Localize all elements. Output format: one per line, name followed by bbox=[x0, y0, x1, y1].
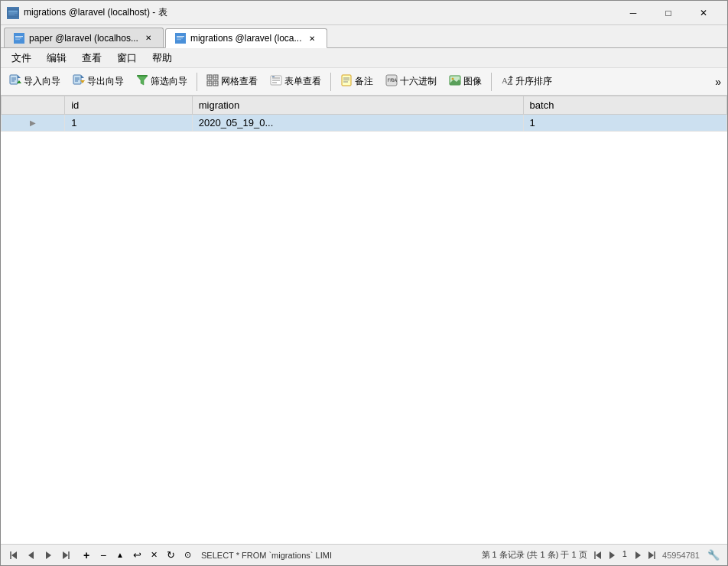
col-migration-header[interactable]: migration bbox=[192, 96, 523, 115]
tools-button[interactable]: 🔧 bbox=[706, 548, 721, 563]
sort-icon: A Z bbox=[501, 74, 513, 89]
title-bar: migrations @laravel (localhost) - 表 ─ □ … bbox=[1, 1, 727, 25]
image-label: 图像 bbox=[463, 75, 482, 88]
menu-window[interactable]: 窗口 bbox=[109, 49, 145, 67]
menu-file[interactable]: 文件 bbox=[4, 49, 39, 67]
discard-button[interactable]: ✕ bbox=[146, 548, 161, 563]
close-button[interactable]: ✕ bbox=[686, 1, 721, 25]
nav-next-button[interactable] bbox=[41, 548, 56, 563]
note-icon bbox=[340, 74, 353, 89]
nav-last-button[interactable] bbox=[57, 548, 73, 563]
sort-button[interactable]: A Z 升序排序 bbox=[496, 71, 557, 93]
nav-first-button[interactable] bbox=[7, 548, 22, 563]
svg-marker-68 bbox=[648, 551, 654, 559]
window-title: migrations @laravel (localhost) - 表 bbox=[24, 6, 167, 19]
tab-migrations-close[interactable]: ✕ bbox=[307, 33, 317, 44]
note-label: 备注 bbox=[355, 75, 373, 88]
svg-marker-24 bbox=[137, 76, 148, 85]
svg-rect-2 bbox=[8, 12, 18, 13]
grid-button[interactable]: 网格查看 bbox=[201, 71, 263, 93]
form-icon bbox=[270, 74, 282, 89]
tab-bar: paper @laravel (localhos... ✕ migrations… bbox=[1, 25, 727, 48]
form-button[interactable]: 表单查看 bbox=[265, 71, 327, 93]
svg-marker-64 bbox=[596, 551, 601, 559]
filter-button[interactable]: 筛选向导 bbox=[131, 71, 193, 93]
tab-migrations-label: migrations @laravel (loca... bbox=[190, 33, 302, 44]
stop-button[interactable]: ⊙ bbox=[180, 548, 195, 563]
delete-record-button[interactable]: − bbox=[96, 548, 111, 563]
refresh-button[interactable]: ↻ bbox=[163, 548, 178, 563]
tab-migrations-icon bbox=[175, 33, 186, 44]
window-controls: ─ □ ✕ bbox=[616, 1, 721, 25]
svg-marker-66 bbox=[635, 551, 641, 559]
form-label: 表单查看 bbox=[284, 75, 321, 88]
status-right: 第 1 条记录 (共 1 条) 于 1 页 1 4 bbox=[482, 548, 721, 563]
coordinates: 45954781 bbox=[662, 551, 700, 560]
menu-edit[interactable]: 编辑 bbox=[39, 49, 74, 67]
add-record-button[interactable]: + bbox=[79, 548, 94, 563]
svg-rect-1 bbox=[8, 11, 18, 12]
image-button[interactable]: 图像 bbox=[444, 71, 487, 93]
toolbar-more-button[interactable]: » bbox=[712, 74, 724, 89]
svg-marker-58 bbox=[11, 551, 17, 559]
svg-rect-5 bbox=[15, 36, 23, 37]
tab-paper-label: paper @laravel (localhos... bbox=[29, 33, 138, 44]
toolbar-sep-3 bbox=[491, 73, 492, 91]
minimize-button[interactable]: ─ bbox=[616, 1, 651, 25]
nav-prev-button[interactable] bbox=[24, 548, 39, 563]
svg-marker-13 bbox=[18, 75, 21, 78]
note-button[interactable]: 备注 bbox=[335, 71, 379, 93]
import-button[interactable]: 导入向导 bbox=[4, 71, 66, 93]
page-number-display: 1 bbox=[593, 549, 656, 560]
filter-label: 筛选向导 bbox=[151, 75, 187, 88]
tab-paper-close[interactable]: ✕ bbox=[143, 33, 154, 44]
svg-text:0A: 0A bbox=[392, 77, 398, 83]
table-wrapper[interactable]: id migration batch ▶ 1 2020_05_19_0... 1 bbox=[1, 96, 727, 544]
svg-rect-25 bbox=[137, 75, 148, 76]
tab-migrations[interactable]: migrations @laravel (loca... ✕ bbox=[165, 28, 327, 48]
svg-marker-19 bbox=[81, 75, 84, 78]
export-button[interactable]: 导出向导 bbox=[67, 71, 129, 93]
tab-paper-icon bbox=[14, 33, 24, 44]
toolbar-sep-2 bbox=[330, 73, 331, 91]
svg-rect-10 bbox=[177, 37, 183, 38]
import-icon bbox=[9, 74, 21, 89]
hex-icon: FF 0A bbox=[385, 74, 398, 89]
svg-rect-7 bbox=[15, 39, 20, 40]
menu-help[interactable]: 帮助 bbox=[145, 49, 180, 67]
move-up-button[interactable]: ▲ bbox=[112, 548, 128, 563]
hex-label: 十六进制 bbox=[400, 75, 437, 88]
svg-rect-3 bbox=[8, 14, 15, 15]
filter-icon bbox=[136, 74, 148, 89]
page-number: 1 bbox=[622, 549, 627, 558]
tab-paper[interactable]: paper @laravel (localhos... ✕ bbox=[4, 28, 164, 47]
app-icon bbox=[7, 7, 19, 19]
nav-controls bbox=[7, 548, 73, 563]
toolbar-sep-1 bbox=[197, 73, 197, 91]
hex-button[interactable]: FF 0A 十六进制 bbox=[380, 71, 442, 93]
maximize-button[interactable]: □ bbox=[651, 1, 686, 25]
grid-label: 网格查看 bbox=[221, 75, 258, 88]
svg-marker-65 bbox=[609, 551, 615, 559]
svg-rect-9 bbox=[177, 36, 184, 37]
svg-marker-59 bbox=[28, 551, 34, 559]
image-icon bbox=[449, 74, 461, 89]
table-header-row: id migration batch bbox=[2, 96, 727, 115]
status-bar: + − ▲ ↩ ✕ ↻ ⊙ SELECT * FROM `migrations`… bbox=[1, 544, 727, 565]
record-info: 第 1 条记录 (共 1 条) 于 1 页 bbox=[482, 549, 587, 561]
record-actions: + − ▲ ↩ ✕ ↻ ⊙ bbox=[79, 548, 195, 563]
data-table: id migration batch ▶ 1 2020_05_19_0... 1 bbox=[1, 96, 727, 132]
content-area: id migration batch ▶ 1 2020_05_19_0... 1 bbox=[1, 96, 727, 544]
row-indicator-cell: ▶ bbox=[2, 115, 65, 132]
svg-rect-6 bbox=[15, 37, 21, 38]
svg-marker-62 bbox=[63, 551, 68, 559]
col-id-header[interactable]: id bbox=[65, 96, 192, 115]
row-id-cell: 1 bbox=[65, 115, 192, 132]
title-bar-left: migrations @laravel (localhost) - 表 bbox=[7, 6, 167, 19]
toolbar: 导入向导 导出向导 筛选向导 bbox=[1, 68, 727, 96]
app-window: migrations @laravel (localhost) - 表 ─ □ … bbox=[0, 0, 728, 566]
menu-view[interactable]: 查看 bbox=[74, 49, 109, 67]
col-batch-header[interactable]: batch bbox=[523, 96, 726, 115]
table-row[interactable]: ▶ 1 2020_05_19_0... 1 bbox=[2, 115, 727, 132]
undo-button[interactable]: ↩ bbox=[129, 548, 145, 563]
